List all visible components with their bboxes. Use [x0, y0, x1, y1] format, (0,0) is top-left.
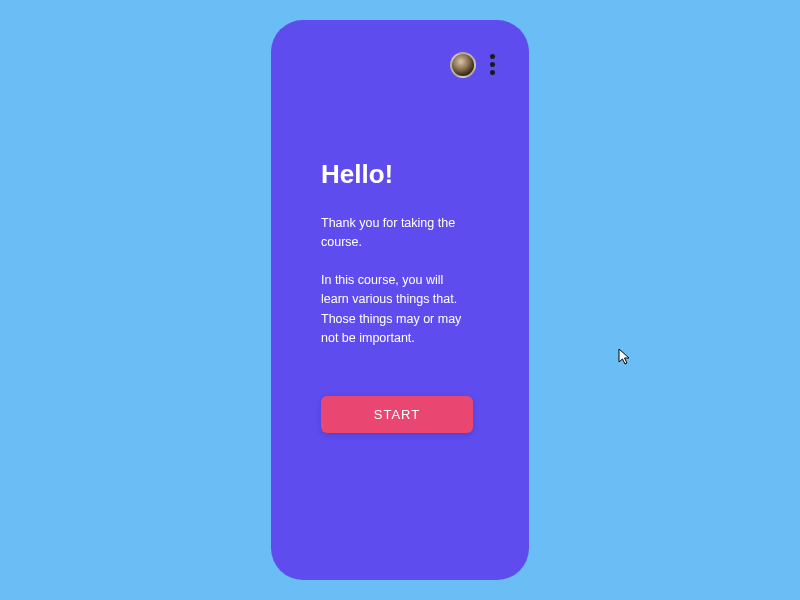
start-button[interactable]: START — [321, 396, 473, 433]
avatar[interactable] — [450, 52, 476, 78]
more-vertical-icon[interactable] — [486, 50, 499, 79]
mouse-cursor-icon — [618, 348, 632, 370]
intro-paragraph-2: In this course, you will learn various t… — [321, 271, 471, 349]
page-title: Hello! — [321, 159, 499, 190]
phone-card: Hello! Thank you for taking the course. … — [271, 20, 529, 580]
top-bar — [321, 50, 499, 79]
intro-paragraph-1: Thank you for taking the course. — [321, 214, 471, 253]
